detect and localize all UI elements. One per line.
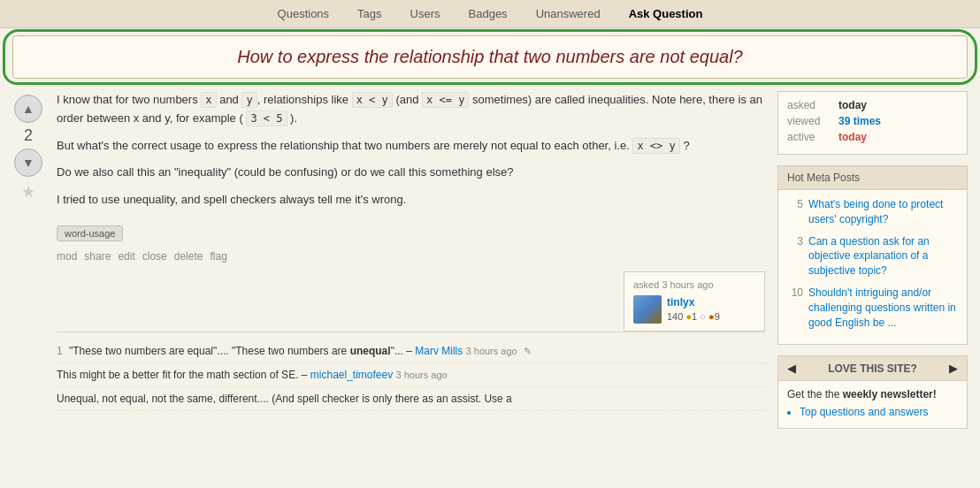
hot-meta-title: Hot Meta Posts [778,166,967,190]
hot-meta-item-2: 3 Can a question ask for an objective ex… [787,234,958,278]
comment-time-2: 3 hours ago [396,370,448,380]
downvote-button[interactable]: ▼ [14,149,42,177]
rep-count: 140 [667,311,683,322]
favorite-button[interactable]: ★ [21,182,35,202]
asked-time: asked 3 hours ago [633,279,755,290]
question-paragraph-1: I know that for two numbers x and y, rel… [57,91,765,128]
sidebar-meta: asked today viewed 39 times active today [778,92,967,154]
love-get-text: Get the [787,388,822,400]
user-name-link[interactable]: tinlyx [667,296,720,309]
love-icon-left: ◀ [787,362,796,375]
code-neq: x <> y [632,138,679,154]
question-row: ▲ 2 ▼ ★ I know that for two numbers x an… [12,91,765,411]
love-box-title: LOVE THIS SITE? [801,362,944,375]
nav-tags[interactable]: Tags [352,4,387,24]
sidebar: asked today viewed 39 times active today… [777,91,968,429]
nav-users[interactable]: Users [405,4,446,24]
code-lt: x < y [352,92,393,108]
comments-section: 1 "These two numbers are equal".... "The… [57,332,765,411]
question-area: ▲ 2 ▼ ★ I know that for two numbers x an… [12,91,765,429]
comment-3: Unequal, not equal, not the same, differ… [57,387,765,411]
meta-viewed-link[interactable]: 39 times [838,115,881,127]
code-y: y [241,92,256,108]
action-share[interactable]: share [84,250,111,263]
question-paragraph-3: Do we also call this an "inequality" (co… [57,164,765,182]
meta-asked-row: asked today [787,99,958,111]
code-lte: x <= y [422,92,469,108]
hot-meta-link-3[interactable]: Shouldn't intriguing and/or challenging … [808,286,958,330]
tag-container: word-usage [57,218,765,241]
hot-meta-item-1: 5 What's being done to protect users' co… [787,197,958,227]
and-text: and [219,93,239,106]
action-delete[interactable]: delete [174,250,203,263]
tag-word-usage[interactable]: word-usage [57,225,123,241]
nav-unanswered[interactable]: Unanswered [531,4,606,24]
comment-1: 1 "These two numbers are equal".... "The… [57,339,765,363]
nav-badges[interactable]: Badges [463,4,513,24]
hot-meta-num-1: 5 [787,197,803,227]
question-text: I know that for two numbers x and y, rel… [57,91,765,210]
rep-badges: ●1 ○ ●9 [685,311,719,322]
nav-bar: Questions Tags Users Badges Unanswered A… [0,0,980,28]
avatar [633,295,662,324]
code-example: 3 < 5 [246,111,287,126]
action-mod[interactable]: mod [57,250,77,263]
comment-2: This might be a better fit for the math … [57,363,765,387]
upvote-button[interactable]: ▲ [14,95,42,123]
vote-count: 2 [24,126,33,145]
hot-meta-link-2[interactable]: Can a question ask for an objective expl… [808,234,958,278]
silver-badge: ○ [700,311,706,322]
meta-asked-label: asked [787,99,831,111]
comment-author-2[interactable]: michael_timofeev [310,369,393,381]
hot-meta-posts: 5 What's being done to protect users' co… [778,190,967,344]
hot-meta-num-3: 10 [787,286,803,330]
question-paragraph-2: But what's the correct usage to express … [57,137,765,156]
love-box-header: ◀ LOVE THIS SITE? ▶ [778,356,967,381]
love-box: ◀ LOVE THIS SITE? ▶ Get the the weekly n… [777,355,968,429]
love-body-text: Get the the weekly newsletter! [787,388,958,400]
love-icon-right: ▶ [949,362,958,375]
hot-meta-num-2: 3 [787,234,803,278]
love-weekly-text: weekly newsletter! [843,388,937,400]
question-body: I know that for two numbers x and y, rel… [51,91,765,411]
comment-edit-1[interactable]: ✎ [524,346,532,356]
action-edit[interactable]: edit [118,250,134,263]
hot-meta-box: Hot Meta Posts 5 What's being done to pr… [777,165,968,345]
main-content: ▲ 2 ▼ ★ I know that for two numbers x an… [12,91,968,429]
comment-num-1: 1 [57,345,63,357]
user-details: tinlyx 140 ●1 ○ ●9 [667,296,720,322]
meta-viewed-value: 39 times [838,115,881,127]
meta-active-value: today [838,131,867,143]
meta-active-label: active [787,131,831,143]
question-paragraph-4: I tried to use unequality, and spell che… [57,191,765,210]
love-list: Top questions and answers [787,406,958,418]
bronze-badge: ● [708,311,715,322]
meta-viewed-label: viewed [787,115,831,127]
meta-viewed-row: viewed 39 times [787,115,958,127]
user-reputation: 140 ●1 ○ ●9 [667,311,720,322]
love-list-item-1: Top questions and answers [800,406,958,418]
action-flag[interactable]: flag [210,250,226,263]
comment-bold: unequal [350,345,391,357]
vote-column: ▲ 2 ▼ ★ [12,91,44,411]
question-actions: mod share edit close delete flag [57,250,765,263]
comment-author-1[interactable]: Marv Mills [415,345,463,357]
question-title: How to express the relationship that two… [31,47,949,67]
user-card: asked 3 hours ago tinlyx 140 ●1 ○ [624,271,765,332]
hot-meta-item-3: 10 Shouldn't intriguing and/or challengi… [787,286,958,330]
sidebar-meta-box: asked today viewed 39 times active today [777,91,968,155]
hot-meta-link-1[interactable]: What's being done to protect users' copy… [808,197,958,227]
love-box-body: Get the the weekly newsletter! Top quest… [778,381,967,428]
gold-badge: ● [685,311,692,322]
nav-ask-question[interactable]: Ask Question [624,4,708,24]
question-title-box: How to express the relationship that two… [12,35,968,79]
meta-asked-value: today [838,99,867,111]
meta-active-row: active today [787,131,958,143]
action-close[interactable]: close [142,250,167,263]
comment-time-1: 3 hours ago [466,346,517,356]
question-title-area: How to express the relationship that two… [12,35,968,79]
nav-questions[interactable]: Questions [272,4,335,24]
code-x: x [201,92,216,108]
user-info-row: tinlyx 140 ●1 ○ ●9 [633,295,755,324]
